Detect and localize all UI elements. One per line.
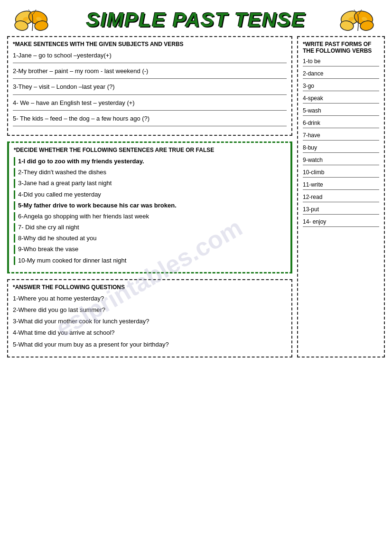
list-item: 5- The kids – feed – the dog – a few hou… [13,114,287,123]
list-item: 6-Angela go shopping with her friends la… [14,212,286,221]
list-item: 4-Did you called me yesterday [14,190,286,199]
list-item: 10-My mum cooked for dinner last night [14,256,286,265]
list-item: 11-write [303,181,379,190]
make-sentences-title: *MAKE SENTENCES WITH THE GIVEN SUBJECTS … [13,41,287,47]
make-sentences-section: *MAKE SENTENCES WITH THE GIVEN SUBJECTS … [7,36,292,136]
verb-line-9 [303,165,379,165]
right-column-title: *WRITE PAST FORMS OF THE FOLLOWING VERBS [303,41,379,54]
main-layout: *MAKE SENTENCES WITH THE GIVEN SUBJECTS … [0,36,392,365]
list-item: 8-buy [303,144,379,153]
list-item: 5-wash [303,107,379,116]
list-item: 9-Who break the vase [14,245,286,254]
right-column: *WRITE PAST FORMS OF THE FOLLOWING VERBS… [297,36,385,357]
list-item: 3-What did your mother cook for lunch ye… [13,317,287,326]
verb-line-11 [303,189,379,190]
list-item: 1-Jane – go to school –yesterday(+) [13,51,287,60]
verb-line-10 [303,177,379,178]
list-item: 2-Where did you go last summer? [13,306,287,314]
list-item: 2-They didn't washed the dishes [14,168,286,177]
verb-line-12 [303,202,379,202]
butterfly-left-icon [14,5,52,36]
list-item: 5-My father drive to work because his ca… [14,201,286,210]
answer-line-5 [13,126,287,126]
list-item: 1-to be [303,58,379,66]
list-item: 9-watch [303,157,379,165]
list-item: 1-Where you at home yesterday? [13,294,287,303]
answer-questions-title: *ANSWER THE FOLLOWING QUESTIONS [13,284,287,291]
left-column: *MAKE SENTENCES WITH THE GIVEN SUBJECTS … [7,36,292,357]
title-area: SIMPLE PAST TENSE [0,0,392,36]
list-item: 3-Jane had a great party last night [14,179,286,188]
list-item: 8-Why did he shouted at you [14,234,286,243]
verb-line-6 [303,128,379,128]
answer-line-4 [13,110,287,111]
list-item: 2-My brother – paint – my room - last we… [13,67,287,75]
verb-line-2 [303,78,379,79]
list-item: 10-climb [303,169,379,178]
list-item: 7-have [303,132,379,141]
verb-line-3 [303,91,379,91]
answer-questions-section: *ANSWER THE FOLLOWING QUESTIONS 1-Where … [7,279,292,357]
list-item: 4-speak [303,95,379,103]
butterfly-right-icon [340,5,378,36]
list-item: 2-dance [303,70,379,79]
verb-line-13 [303,214,379,215]
verb-line-14 [303,226,379,227]
list-item: 1-I did go to zoo with my friends yester… [14,157,286,166]
list-item: 12-read [303,194,379,202]
verb-line-8 [303,152,379,153]
verb-line-4 [303,103,379,103]
list-item: 3-go [303,83,379,91]
answer-line-1 [13,63,287,63]
true-false-section: *DECIDE WHETHER THE FOLLOWING SENTENCES … [7,141,292,273]
list-item: 14- enjoy [303,218,379,227]
verb-line-5 [303,115,379,116]
verb-line-1 [303,66,379,66]
list-item: 4- We – have an English test – yesterday… [13,99,287,107]
list-item: 6-drink [303,120,379,128]
verb-line-7 [303,140,379,141]
list-item: 3-They – visit – London –last year (?) [13,83,287,91]
answer-line-3 [13,94,287,95]
true-false-title: *DECIDE WHETHER THE FOLLOWING SENTENCES … [14,147,286,153]
answer-line-2 [13,78,287,79]
list-item: 5-What did your mum buy as a present for… [13,340,287,349]
list-item: 13-put [303,206,379,215]
list-item: 7- Did she cry all night [14,223,286,232]
page-title: SIMPLE PAST TENSE [86,9,306,31]
list-item: 4-What time did you arrive at school? [13,329,287,337]
